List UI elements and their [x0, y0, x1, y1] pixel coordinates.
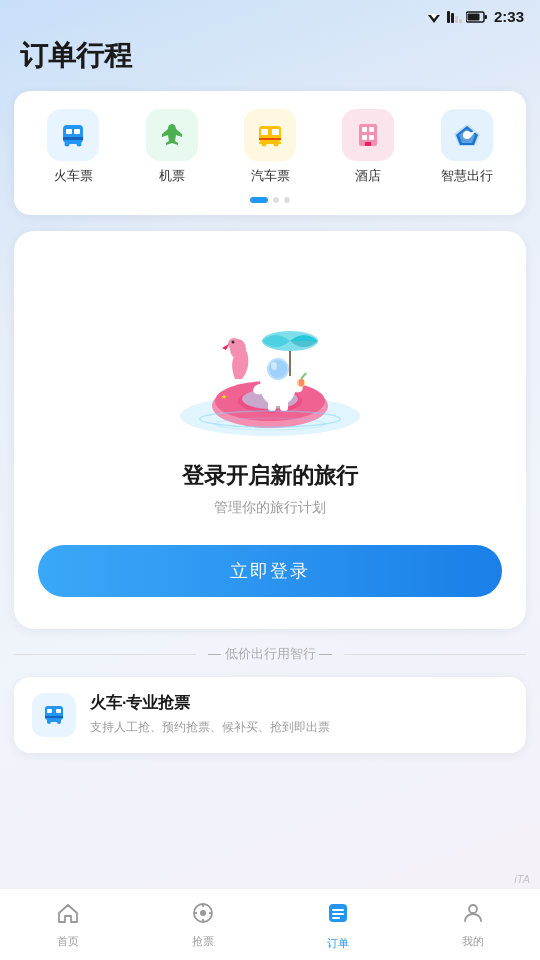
svg-rect-58 — [268, 401, 276, 411]
svg-point-47 — [232, 341, 235, 344]
flight-label: 机票 — [159, 167, 185, 185]
svg-point-52 — [271, 362, 277, 370]
svg-rect-4 — [451, 13, 454, 23]
svg-rect-26 — [362, 135, 367, 140]
svg-point-40 — [313, 370, 353, 392]
svg-point-82 — [469, 905, 477, 913]
status-bar: 2:33 — [0, 0, 540, 29]
svg-rect-19 — [259, 138, 281, 140]
separator: — 低价出行用智行 — — [14, 645, 526, 663]
svg-rect-68 — [45, 716, 63, 718]
smart-icon — [441, 109, 493, 161]
category-item-bus[interactable]: 汽车票 — [221, 109, 319, 185]
category-item-flight[interactable]: 机票 — [122, 109, 220, 185]
orders-nav-icon — [324, 899, 352, 933]
login-card: 登录开启新的旅行 管理你的旅行计划 立即登录 — [14, 231, 526, 629]
login-button[interactable]: 立即登录 — [38, 545, 502, 597]
ad-train-icon — [32, 693, 76, 737]
bottom-nav: 首页 抢票 订单 — [0, 888, 540, 960]
watermark: iTA — [514, 873, 530, 885]
svg-rect-10 — [66, 129, 72, 134]
nav-item-grab[interactable]: 抢票 — [135, 901, 270, 949]
page-title: 订单行程 — [20, 37, 520, 75]
smart-label: 智慧出行 — [441, 167, 493, 185]
svg-rect-3 — [455, 16, 458, 23]
bus-label: 汽车票 — [251, 167, 290, 185]
home-nav-icon — [56, 901, 80, 931]
flight-icon — [146, 109, 198, 161]
svg-rect-28 — [365, 142, 371, 146]
category-item-train[interactable]: 火车票 — [24, 109, 122, 185]
svg-rect-7 — [484, 15, 487, 19]
login-subtitle: 管理你的旅行计划 — [214, 499, 326, 517]
svg-point-46 — [228, 338, 240, 350]
signal-icon — [446, 11, 462, 23]
svg-rect-59 — [280, 401, 288, 411]
hotel-label: 酒店 — [355, 167, 381, 185]
category-item-hotel[interactable]: 酒店 — [319, 109, 417, 185]
svg-rect-24 — [362, 127, 367, 132]
dot-2 — [273, 197, 279, 203]
svg-rect-9 — [63, 125, 83, 143]
svg-rect-56 — [299, 379, 304, 386]
svg-rect-27 — [369, 135, 374, 140]
home-nav-label: 首页 — [57, 934, 79, 949]
dot-indicators — [14, 197, 526, 203]
nav-item-home[interactable]: 首页 — [0, 901, 135, 949]
svg-point-51 — [269, 360, 287, 378]
mine-nav-label: 我的 — [462, 934, 484, 949]
status-icons — [426, 11, 488, 23]
svg-rect-18 — [272, 129, 279, 135]
bus-icon — [244, 109, 296, 161]
dot-1 — [250, 197, 268, 203]
header: 订单行程 — [0, 29, 540, 91]
ad-desc: 支持人工抢、预约抢票、候补买、抢到即出票 — [90, 719, 508, 736]
orders-nav-label: 订单 — [327, 936, 349, 951]
separator-text: — 低价出行用智行 — — [208, 645, 332, 663]
category-item-smart[interactable]: 智慧出行 — [418, 109, 516, 185]
illustration — [160, 261, 380, 441]
svg-rect-67 — [56, 709, 61, 713]
svg-rect-2 — [459, 19, 462, 23]
svg-rect-8 — [467, 13, 479, 20]
nav-item-mine[interactable]: 我的 — [405, 901, 540, 949]
svg-rect-71 — [47, 720, 61, 722]
svg-rect-17 — [261, 129, 268, 135]
nav-item-orders[interactable]: 订单 — [270, 899, 405, 951]
category-card: 火车票 机票 汽车票 — [14, 91, 526, 215]
svg-rect-11 — [74, 129, 80, 134]
dot-3 — [284, 197, 290, 203]
mine-nav-icon — [461, 901, 485, 931]
svg-rect-5 — [447, 11, 450, 23]
grab-nav-icon — [191, 901, 215, 931]
hotel-icon — [342, 109, 394, 161]
ad-content: 火车·专业抢票 支持人工抢、预约抢票、候补买、抢到即出票 — [90, 693, 508, 736]
status-time: 2:33 — [494, 8, 524, 25]
sep-line-right — [344, 654, 526, 655]
ad-card[interactable]: 火车·专业抢票 支持人工抢、预约抢票、候补买、抢到即出票 — [14, 677, 526, 753]
svg-rect-15 — [65, 142, 81, 144]
login-title: 登录开启新的旅行 — [182, 461, 358, 491]
ad-title: 火车·专业抢票 — [90, 693, 508, 714]
grab-nav-label: 抢票 — [192, 934, 214, 949]
svg-rect-25 — [369, 127, 374, 132]
sep-line-left — [14, 654, 196, 655]
svg-rect-66 — [47, 709, 52, 713]
svg-rect-12 — [63, 137, 83, 140]
svg-rect-22 — [259, 142, 281, 144]
train-label: 火车票 — [54, 167, 93, 185]
category-row: 火车票 机票 汽车票 — [14, 109, 526, 185]
svg-point-73 — [200, 910, 206, 916]
wifi-icon — [426, 11, 442, 23]
battery-icon — [466, 11, 488, 23]
train-icon — [47, 109, 99, 161]
